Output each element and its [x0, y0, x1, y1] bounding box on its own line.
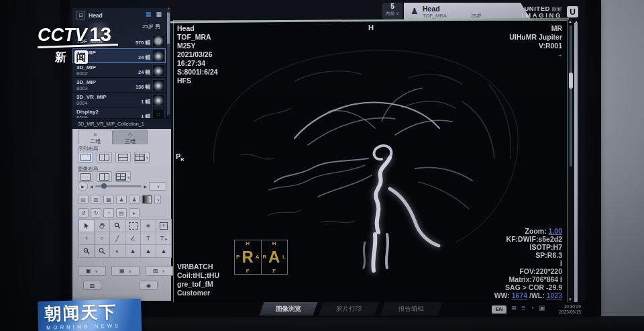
overlay-top-right: MRUIHuMR Jupiter V:R001 →	[509, 24, 562, 59]
tab-2d[interactable]: ≡ 二维	[78, 130, 113, 144]
compare-button[interactable]: ▦	[103, 195, 114, 204]
series-sidebar: 日 Head ▦ ▦ 25岁 男 TOF_MRA 570 幅 3D_MIP 80…	[72, 8, 171, 129]
route-button[interactable]: ▸	[129, 208, 140, 218]
visibility-button[interactable]: ◉	[140, 281, 158, 290]
queue-label: 向前	[386, 11, 394, 15]
series-row-selected[interactable]: 3D_MIP 8001 24 幅	[72, 48, 166, 63]
scrollbar-thumb[interactable]	[569, 73, 573, 89]
system-clock: 10:30:29 2023/06/15	[550, 304, 581, 314]
grid-view-icon[interactable]: ▦	[146, 11, 152, 17]
notes-button[interactable]: ▤	[116, 208, 127, 218]
collection-row[interactable]: 3D_MR_VR_MIP_Collection_1	[72, 118, 171, 129]
sidebar-scrollbar[interactable]	[167, 11, 170, 115]
calendar-icon: 日	[76, 11, 85, 19]
series-row[interactable]: 3D_MIP 8002 24 幅	[72, 63, 166, 78]
roi-select-icon	[129, 222, 138, 230]
cine-slider[interactable]	[95, 185, 142, 187]
zoom-tool[interactable]	[109, 219, 125, 232]
tab-report-edit[interactable]: 报告编辑	[382, 302, 440, 316]
scroll-up-icon[interactable]: ▲	[568, 19, 572, 23]
tab-image-browse[interactable]: 图像浏览	[262, 302, 315, 316]
window-width-value[interactable]: 1674	[512, 291, 527, 299]
text-tool[interactable]: T	[140, 232, 156, 245]
series-count: 570 幅	[136, 40, 152, 46]
tab-3d[interactable]: ◇ 三维	[113, 130, 148, 144]
step-forward-icon[interactable]: ▶	[144, 184, 147, 189]
cine-film-button[interactable]: ▤	[78, 195, 89, 204]
rotate-left-tool[interactable]: ▲	[140, 244, 156, 258]
play-button[interactable]: ▶	[78, 181, 88, 191]
image-viewport[interactable]: HeadTOF_MRA M25Y2021/03/26 16:27:34S:800…	[173, 20, 568, 303]
layout-2x1-button[interactable]	[115, 152, 131, 162]
lut-gradient-button[interactable]	[142, 195, 152, 204]
timer-button[interactable]: ◔	[103, 208, 114, 218]
layout-grid-dropdown[interactable]: ∨	[134, 152, 150, 162]
magnify-tool[interactable]	[94, 244, 110, 258]
study-header: 日 Head ▦ ▦ 25岁 男	[72, 8, 171, 34]
series-id: 8004	[76, 100, 106, 106]
scroll-up-icon[interactable]: ▲	[574, 19, 578, 23]
tab-film-print[interactable]: 胶片打印	[321, 302, 377, 316]
patient-icon: ♟	[411, 6, 419, 16]
language-button[interactable]: EN	[492, 305, 506, 314]
layout-1x2-button[interactable]	[97, 152, 112, 162]
text-arrow-tool[interactable]: T▸	[156, 232, 172, 245]
save-preset-dropdown[interactable]: ▣∨	[78, 266, 106, 276]
delete-tool[interactable]: ×	[156, 219, 172, 232]
img-layout-1x2-button[interactable]	[97, 171, 112, 182]
angle-tool[interactable]: ∠	[125, 232, 141, 245]
ellipse-tool[interactable]: ○	[94, 232, 110, 245]
tray-toolbox-icon[interactable]: ▣	[539, 304, 545, 312]
tray-playlist-icon[interactable]: ≣	[511, 304, 517, 312]
broadcast-frame: 日 Head ▦ ▦ 25岁 男 TOF_MRA 570 幅 3D_MIP 80…	[0, 0, 644, 331]
img-layout-grid-dropdown[interactable]: ∨	[115, 171, 131, 182]
zoom-value[interactable]: 1.00	[549, 227, 562, 235]
desk-surface	[0, 316, 644, 331]
slider-thumb[interactable]	[101, 183, 107, 189]
thumb-view-icon[interactable]: ▦	[156, 11, 162, 17]
pointer-tool[interactable]	[78, 219, 95, 232]
tray-queue-icon[interactable]: ≡	[521, 304, 525, 312]
magnify-plus-tool[interactable]: +	[78, 244, 95, 258]
overlay-bottom-right: Zoom: 1.00 KF:DWIF:s5e2d2 ISOTP:H7 SP:R6…	[494, 227, 562, 299]
box-icon: ▣	[86, 268, 91, 274]
cine-mode-dropdown[interactable]: ∨	[149, 182, 166, 191]
line-measure-tool[interactable]: ╱	[109, 232, 125, 245]
chevron-down-icon: ∨	[146, 155, 149, 160]
img-layout-1x1-button[interactable]	[78, 171, 93, 182]
lut-dropdown[interactable]: ∨	[154, 195, 161, 204]
tray-power-icon[interactable]: ◔	[530, 304, 534, 312]
crosshair-tool[interactable]: +	[78, 232, 95, 245]
layout-1x1-button[interactable]	[78, 152, 93, 162]
redo-button[interactable]: ↻	[91, 208, 101, 218]
export-dropdown[interactable]: ▨∨	[145, 266, 173, 276]
rotate-right-tool[interactable]: ▲	[156, 244, 172, 258]
body-front-button[interactable]: ♟	[116, 195, 127, 204]
histogram-button[interactable]: ▥	[91, 195, 101, 204]
worklist-queue-tab[interactable]: 5 向前 ∨	[382, 3, 402, 19]
series-row[interactable]: 3D_VR_MIP 8004 1 幅	[72, 93, 166, 107]
viewport-scrollbar-inner[interactable]	[570, 26, 572, 167]
series-row[interactable]: TOF_MRA 570 幅	[72, 34, 166, 48]
flip-horizontal-tool[interactable]: ▲	[125, 244, 141, 258]
series-thumbnail	[152, 50, 164, 62]
series-thumbnail	[152, 79, 164, 91]
chevron-down-icon: ∨	[396, 11, 399, 15]
snapshot-button[interactable]: ▨	[83, 281, 101, 290]
seed-tool[interactable]: ∗	[140, 219, 156, 232]
scroll-down-icon[interactable]: ▼	[574, 297, 578, 301]
scroll-down-icon[interactable]: ▼	[568, 297, 572, 301]
patient-name: Head	[423, 5, 440, 13]
layout-preset-dropdown[interactable]: ▦∨	[111, 266, 140, 276]
step-back-icon[interactable]: ◀	[90, 184, 93, 189]
series-row[interactable]: 3D_MIP 8003 136 幅	[72, 78, 166, 93]
viewport-scrollbar-outer[interactable]	[574, 23, 578, 302]
scroll-up-icon[interactable]: ▲	[166, 6, 170, 10]
window-level-value[interactable]: 1023	[547, 291, 562, 299]
body-back-button[interactable]: ♟	[129, 195, 140, 204]
undo-button[interactable]: ↺	[78, 208, 89, 218]
invert-contrast-tool[interactable]: ◐	[109, 244, 125, 258]
roi-select-tool[interactable]	[125, 219, 141, 232]
series-thumbnail	[152, 64, 164, 77]
pan-tool[interactable]	[94, 219, 110, 232]
